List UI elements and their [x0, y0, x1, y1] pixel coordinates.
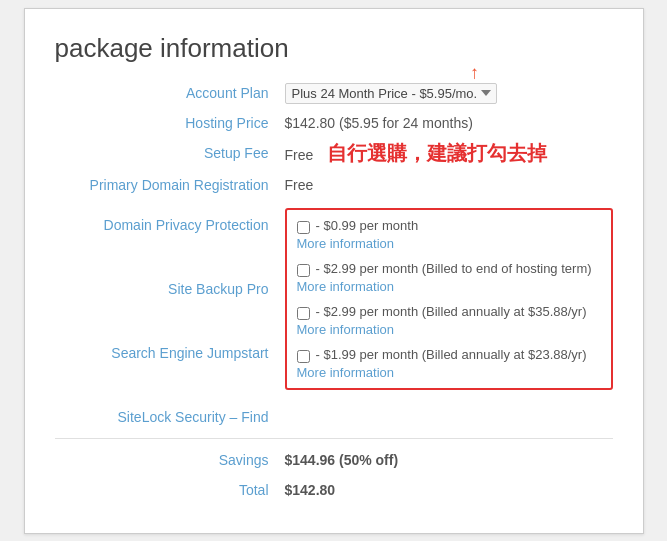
primary-domain-row: Primary Domain Registration Free	[55, 174, 613, 196]
search-engine-checkbox[interactable]	[297, 307, 310, 320]
hosting-price-value: $142.80 ($5.95 for 24 months)	[285, 112, 613, 134]
setup-fee-row: Setup Fee Free 自行選購，建議打勾去掉	[55, 142, 613, 166]
arrow-icon: ↓	[470, 64, 479, 86]
sitelock-box-row: - $1.99 per month (Billed annually at $2…	[297, 347, 601, 380]
search-engine-label: Search Engine Jumpstart	[55, 342, 285, 406]
setup-fee-value: Free 自行選購，建議打勾去掉	[285, 142, 613, 166]
domain-privacy-checkbox[interactable]	[297, 221, 310, 234]
domain-privacy-label: Domain Privacy Protection	[55, 204, 285, 278]
total-value: $142.80	[285, 479, 613, 501]
setup-fee-text: Free	[285, 147, 314, 163]
site-backup-more-info[interactable]: More information	[297, 279, 601, 294]
red-box-labels: Domain Privacy Protection Site Backup Pr…	[55, 204, 285, 428]
account-plan-label: Account Plan	[55, 82, 285, 104]
savings-row: Savings $144.96 (50% off)	[55, 449, 613, 471]
sitelock-checkbox[interactable]	[297, 350, 310, 363]
site-backup-checkbox-line: - $2.99 per month (Billed to end of host…	[297, 261, 601, 277]
savings-label: Savings	[55, 449, 285, 471]
setup-fee-label: Setup Fee	[55, 142, 285, 164]
search-engine-box-row: - $2.99 per month (Billed annually at $3…	[297, 304, 601, 337]
package-card: package information Account Plan ↓ Plus …	[24, 8, 644, 534]
hosting-price-row: Hosting Price $142.80 ($5.95 for 24 mont…	[55, 112, 613, 134]
domain-privacy-more-info[interactable]: More information	[297, 236, 601, 251]
domain-privacy-price: - $0.99 per month	[316, 218, 419, 233]
site-backup-price: - $2.99 per month (Billed to end of host…	[316, 261, 592, 276]
search-engine-price: - $2.99 per month (Billed annually at $3…	[316, 304, 587, 319]
search-engine-more-info[interactable]: More information	[297, 322, 601, 337]
account-plan-select[interactable]: Plus 24 Month Price - $5.95/mo. Plus 12 …	[285, 83, 497, 104]
sitelock-more-info[interactable]: More information	[297, 365, 601, 380]
primary-domain-value: Free	[285, 174, 613, 196]
search-engine-checkbox-line: - $2.99 per month (Billed annually at $3…	[297, 304, 601, 320]
sitelock-price: - $1.99 per month (Billed annually at $2…	[316, 347, 587, 362]
site-backup-box-row: - $2.99 per month (Billed to end of host…	[297, 261, 601, 294]
account-plan-row: Account Plan ↓ Plus 24 Month Price - $5.…	[55, 82, 613, 104]
red-box-section: Domain Privacy Protection Site Backup Pr…	[55, 204, 613, 428]
hosting-price-label: Hosting Price	[55, 112, 285, 134]
primary-domain-label: Primary Domain Registration	[55, 174, 285, 196]
domain-privacy-checkbox-line: - $0.99 per month	[297, 218, 601, 234]
page-title: package information	[55, 33, 613, 64]
site-backup-label: Site Backup Pro	[55, 278, 285, 342]
select-arrow-hint: ↓ Plus 24 Month Price - $5.95/mo. Plus 1…	[285, 82, 497, 104]
sitelock-checkbox-line: - $1.99 per month (Billed annually at $2…	[297, 347, 601, 363]
chinese-annotation: 自行選購，建議打勾去掉	[327, 142, 547, 164]
savings-value: $144.96 (50% off)	[285, 449, 613, 471]
account-plan-value: ↓ Plus 24 Month Price - $5.95/mo. Plus 1…	[285, 82, 613, 104]
total-row: Total $142.80	[55, 479, 613, 501]
sitelock-label: SiteLock Security – Find	[55, 406, 285, 428]
options-red-box: - $0.99 per month More information - $2.…	[285, 208, 613, 390]
divider	[55, 438, 613, 439]
total-label: Total	[55, 479, 285, 501]
domain-privacy-box-row: - $0.99 per month More information	[297, 218, 601, 251]
site-backup-checkbox[interactable]	[297, 264, 310, 277]
